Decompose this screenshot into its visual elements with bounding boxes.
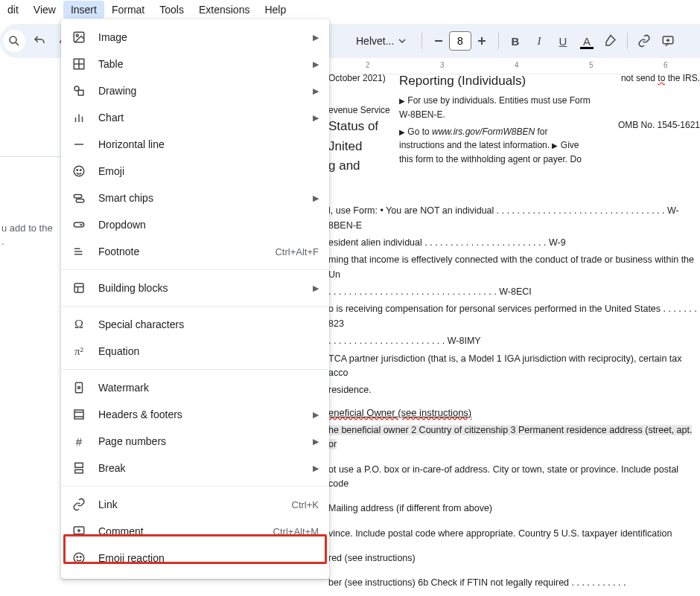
doc-omb: OMB No. 1545-1621 [594,118,700,132]
chevron-right-icon: ▶ [313,113,319,123]
menu-view[interactable]: View [26,1,63,19]
underline-button[interactable]: U [553,31,573,51]
menu-item-label: Dropdown [98,219,319,231]
text-color-button[interactable]: A [576,31,597,51]
menu-item-horizontal-line[interactable]: Horizontal line [61,131,329,158]
doc-reporting-title: Reporting (Individuals) [399,71,594,91]
menu-item-table[interactable]: Table▶ [61,51,329,77]
ruler-tick: 4 [515,61,519,69]
chevron-right-icon: ▶ [313,410,319,420]
menu-item-emoji-reaction[interactable]: Emoji reaction [61,545,329,571]
menu-item-dropdown[interactable]: Dropdown [61,211,329,238]
highlighter-icon [604,34,617,48]
break-icon [71,461,86,475]
chevron-right-icon: ▶ [313,193,319,203]
menu-help[interactable]: Help [257,1,293,19]
menu-item-headers-footers[interactable]: Headers & footers▶ [61,401,329,428]
svg-rect-23 [76,199,84,203]
search-menu-button[interactable] [3,30,25,52]
menu-item-image[interactable]: Image▶ [61,24,329,51]
insert-menu-dropdown: Image▶Table▶Drawing▶Chart▶Horizontal lin… [61,19,329,579]
svg-rect-31 [76,382,83,393]
chevron-right-icon: ▶ [313,464,319,473]
insert-link-button[interactable] [634,31,655,51]
doc-line: residence. [328,383,700,397]
menu-insert[interactable]: Insert [63,1,104,19]
document-content[interactable]: October 2021) evenue Service Status of J… [328,71,700,596]
menu-item-special-characters[interactable]: ΩSpecial characters [61,311,329,338]
insert-comment-button[interactable] [658,31,678,51]
menu-item-chart[interactable]: Chart▶ [61,104,329,131]
hr-icon [71,137,86,152]
plus-icon [477,36,487,46]
undo-button[interactable] [28,30,51,52]
font-decrease-button[interactable] [428,31,449,51]
menu-separator [61,269,329,270]
menu-extensions[interactable]: Extensions [191,1,257,19]
svg-point-20 [77,170,78,171]
menu-item-label: Watermark [98,382,319,394]
font-increase-button[interactable] [471,31,492,51]
doc-url: www.irs.gov/FormW8BEN [432,126,535,137]
menu-item-comment[interactable]: CommentCtrl+Alt+M [61,518,329,545]
bold-button[interactable]: B [505,31,526,51]
ruler-tick: 2 [366,61,370,69]
dropdown-icon [71,217,86,232]
menu-item-drawing[interactable]: Drawing▶ [61,77,329,104]
outline-hint: u add to the . [0,222,61,249]
font-family-picker[interactable]: Helvet... [350,30,416,52]
pagenum-icon: # [71,434,86,449]
bold-icon: B [512,35,520,48]
menu-shortcut: Ctrl+Alt+F [275,246,319,257]
menu-item-label: Smart chips [98,192,313,204]
undo-icon [33,34,46,48]
menu-item-label: Emoji [98,165,319,177]
menu-item-label: Special characters [98,318,319,330]
menu-item-label: Table [98,58,313,70]
image-icon [71,30,86,45]
menu-item-link[interactable]: LinkCtrl+K [61,491,329,518]
svg-line-1 [16,42,19,45]
highlight-button[interactable] [600,31,621,51]
emoji-icon [71,164,86,179]
font-family-label: Helvet... [356,35,394,47]
table-icon [71,57,86,71]
link-icon [637,34,651,48]
menu-item-building-blocks[interactable]: Building blocks▶ [61,275,329,301]
italic-button[interactable]: I [529,31,550,51]
doc-line: red (see instructions) [328,551,700,565]
menu-item-watermark[interactable]: Watermark [61,374,329,401]
chevron-right-icon: ▶ [313,86,319,96]
menu-shortcut: Ctrl+Alt+M [273,526,319,537]
menu-format[interactable]: Format [104,1,152,19]
watermark-icon [71,380,86,395]
doc-line: esident alien individual . . . . . . . .… [328,236,700,250]
menu-item-label: Page numbers [98,435,313,447]
menu-item-emoji[interactable]: Emoji [61,158,329,185]
doc-line: o is receiving compensation for personal… [328,302,700,331]
svg-rect-37 [75,470,83,473]
menu-item-smart-chips[interactable]: Smart chips▶ [61,185,329,211]
menu-item-page-numbers[interactable]: #Page numbers▶ [61,428,329,455]
menu-item-label: Footnote [98,246,275,257]
menu-item-label: Equation [98,345,319,357]
chart-icon [71,110,86,125]
svg-point-43 [80,557,82,558]
menu-tools[interactable]: Tools [152,1,191,19]
doc-title-frag: Status of [328,117,399,136]
menu-item-break[interactable]: Break▶ [61,455,329,481]
menu-item-footnote[interactable]: FootnoteCtrl+Alt+F [61,238,329,265]
doc-line: TCA partner jurisdiction (that is, a Mod… [328,352,700,381]
font-size-input[interactable] [449,31,471,51]
headers-icon [71,407,86,422]
underline-icon: U [559,35,567,48]
svg-rect-33 [74,410,83,419]
doc-line: l, use Form: • You are NOT an individual… [328,204,700,233]
italic-icon: I [538,35,541,48]
menu-item-label: Horizontal line [98,138,319,150]
menu-edit[interactable]: dit [0,1,26,19]
svg-point-0 [10,36,16,43]
menu-item-equation[interactable]: π²Equation [61,338,329,365]
svg-rect-14 [78,90,83,95]
doc-title-frag: g and [328,156,399,176]
